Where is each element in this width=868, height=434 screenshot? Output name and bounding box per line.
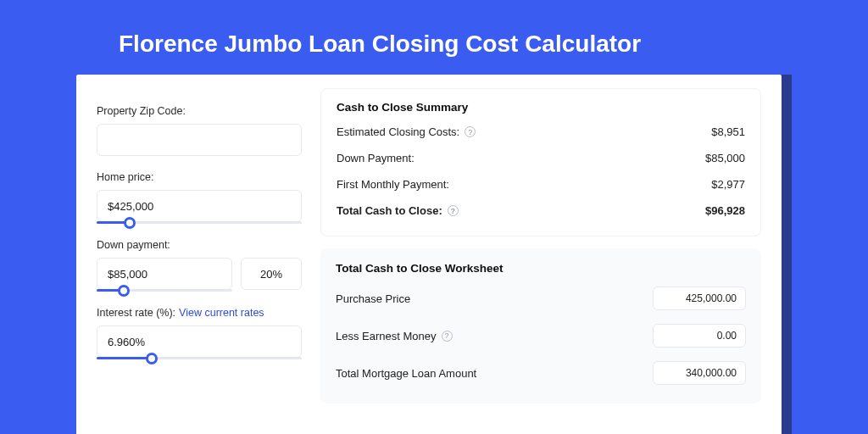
summary-row-label: Estimated Closing Costs: <box>337 125 459 138</box>
summary-title: Cash to Close Summary <box>337 101 745 114</box>
worksheet-panel: Total Cash to Close Worksheet Purchase P… <box>320 248 761 403</box>
help-icon[interactable]: ? <box>448 205 459 216</box>
interest-rate-input[interactable] <box>97 326 302 358</box>
summary-row-label: First Monthly Payment: <box>337 178 449 191</box>
down-payment-percent-input[interactable]: 20% <box>241 258 302 290</box>
down-payment-slider[interactable] <box>97 258 232 292</box>
zip-input[interactable] <box>97 124 302 156</box>
zip-label: Property Zip Code: <box>97 105 302 117</box>
interest-rate-label-text: Interest rate (%): <box>97 307 175 319</box>
inputs-panel: Property Zip Code: Home price: Down paym… <box>92 88 312 434</box>
home-price-thumb[interactable] <box>124 217 136 229</box>
worksheet-row: Total Mortgage Loan Amount340,000.00 <box>336 361 746 385</box>
summary-row-value: $8,951 <box>711 125 745 138</box>
help-icon[interactable]: ? <box>442 331 453 342</box>
worksheet-row-value-input[interactable]: 425,000.00 <box>653 287 746 310</box>
worksheet-row-value-input[interactable]: 0.00 <box>653 324 746 348</box>
home-price-track[interactable] <box>97 221 302 224</box>
interest-rate-thumb[interactable] <box>146 353 158 364</box>
summary-row-label: Total Cash to Close: <box>337 204 442 217</box>
page-title: Florence Jumbo Loan Closing Cost Calcula… <box>0 0 868 75</box>
interest-rate-label: Interest rate (%): View current rates <box>97 307 302 319</box>
worksheet-row: Less Earnest Money?0.00 <box>336 324 746 348</box>
down-payment-thumb[interactable] <box>118 285 130 297</box>
summary-row: First Monthly Payment:$2,977 <box>337 178 745 191</box>
down-payment-input[interactable] <box>97 258 232 290</box>
interest-rate-track[interactable] <box>97 357 302 359</box>
results-column: Cash to Close Summary Estimated Closing … <box>312 88 766 434</box>
summary-row-value: $96,928 <box>705 204 745 217</box>
card-container: Property Zip Code: Home price: Down paym… <box>76 75 792 434</box>
home-price-label: Home price: <box>97 171 302 183</box>
summary-row-value: $85,000 <box>705 152 745 164</box>
down-payment-track[interactable] <box>97 289 232 292</box>
down-payment-label: Down payment: <box>97 239 302 251</box>
worksheet-row-label: Less Earnest Money <box>336 330 437 342</box>
summary-row: Down Payment:$85,000 <box>337 152 745 164</box>
worksheet-row-value-input[interactable]: 340,000.00 <box>653 361 746 385</box>
summary-panel: Cash to Close Summary Estimated Closing … <box>320 88 761 236</box>
view-rates-link[interactable]: View current rates <box>179 307 264 319</box>
summary-row-value: $2,977 <box>711 178 745 191</box>
summary-row-label: Down Payment: <box>337 152 415 164</box>
interest-rate-slider[interactable] <box>97 326 302 359</box>
home-price-slider[interactable] <box>97 190 302 224</box>
summary-row: Total Cash to Close:?$96,928 <box>337 204 745 217</box>
calculator-card: Property Zip Code: Home price: Down paym… <box>76 75 782 434</box>
summary-row: Estimated Closing Costs:?$8,951 <box>337 125 745 138</box>
worksheet-row: Purchase Price425,000.00 <box>336 287 746 310</box>
worksheet-row-label: Total Mortgage Loan Amount <box>336 367 476 380</box>
worksheet-row-label: Purchase Price <box>336 292 410 305</box>
help-icon[interactable]: ? <box>465 126 476 137</box>
worksheet-title: Total Cash to Close Worksheet <box>336 262 746 275</box>
